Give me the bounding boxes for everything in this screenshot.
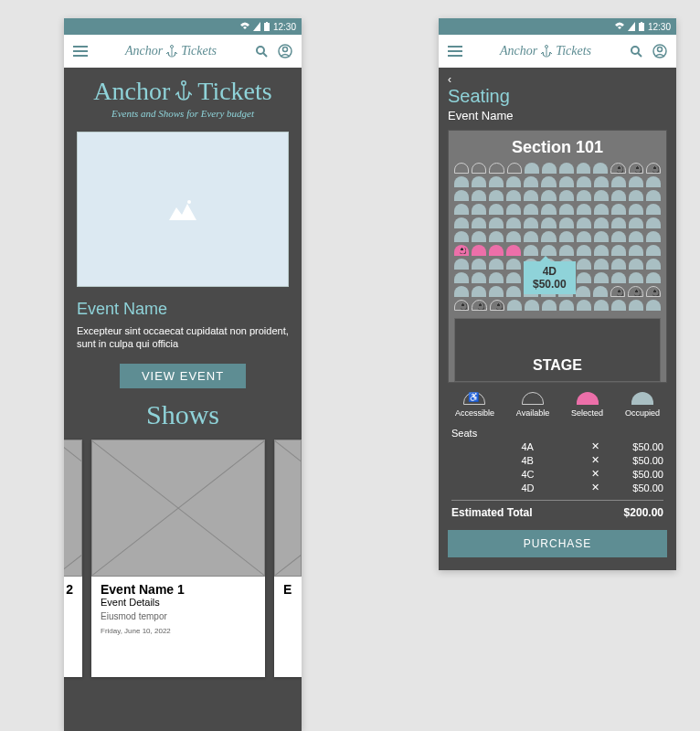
seat[interactable] xyxy=(524,231,538,242)
seat[interactable] xyxy=(611,217,626,228)
seat[interactable] xyxy=(594,190,609,201)
seat[interactable] xyxy=(489,272,504,283)
seat[interactable] xyxy=(577,204,591,215)
seat[interactable] xyxy=(593,286,608,297)
seat[interactable] xyxy=(594,259,609,270)
seat[interactable] xyxy=(629,300,643,311)
seat[interactable] xyxy=(541,190,556,201)
seat-accessible[interactable] xyxy=(646,163,661,174)
seat[interactable] xyxy=(646,217,661,228)
seat[interactable] xyxy=(524,176,538,187)
back-button[interactable]: ‹ xyxy=(439,68,676,86)
seat[interactable] xyxy=(559,163,574,174)
seat[interactable] xyxy=(489,190,504,201)
seat[interactable] xyxy=(559,190,574,201)
seat[interactable] xyxy=(524,204,538,215)
seat-accessible[interactable] xyxy=(490,300,504,311)
shows-carousel[interactable]: 2 Event Name 1 Event Details Eiusmod tem… xyxy=(64,440,302,677)
seat[interactable] xyxy=(507,300,522,311)
seat-selected[interactable] xyxy=(489,245,504,256)
seat[interactable] xyxy=(525,163,539,174)
seat[interactable] xyxy=(646,300,661,311)
seat[interactable] xyxy=(594,176,609,187)
seat-accessible[interactable] xyxy=(454,300,469,311)
seat[interactable] xyxy=(472,190,486,201)
seat[interactable] xyxy=(524,217,538,228)
seat[interactable] xyxy=(489,259,504,270)
account-icon[interactable] xyxy=(276,42,294,60)
seat[interactable] xyxy=(507,163,522,174)
seat[interactable] xyxy=(629,204,643,215)
seat[interactable] xyxy=(594,245,609,256)
seat-selected[interactable] xyxy=(454,245,469,256)
seat[interactable] xyxy=(577,231,591,242)
seat[interactable] xyxy=(577,245,591,256)
seat[interactable] xyxy=(472,204,486,215)
seat[interactable] xyxy=(629,217,643,228)
seat[interactable] xyxy=(611,231,626,242)
seat[interactable] xyxy=(525,300,539,311)
seat[interactable] xyxy=(629,190,643,201)
seat[interactable] xyxy=(629,245,643,256)
seat[interactable] xyxy=(559,176,574,187)
remove-seat-icon[interactable]: ✕ xyxy=(591,482,599,493)
seat[interactable] xyxy=(541,204,556,215)
seat[interactable] xyxy=(559,217,574,228)
seat[interactable] xyxy=(577,300,591,311)
seat-accessible[interactable] xyxy=(610,286,625,297)
show-card-partial[interactable]: E xyxy=(274,440,302,677)
seat[interactable] xyxy=(611,176,626,187)
seat[interactable] xyxy=(472,163,486,174)
seat[interactable] xyxy=(489,176,504,187)
seat-accessible[interactable] xyxy=(472,300,486,311)
seat[interactable] xyxy=(629,231,643,242)
seat[interactable] xyxy=(594,204,609,215)
seat[interactable] xyxy=(506,286,521,297)
show-card[interactable]: Event Name 1 Event Details Eiusmod tempo… xyxy=(91,440,265,677)
seat[interactable] xyxy=(559,231,574,242)
seat[interactable] xyxy=(489,217,504,228)
seat[interactable] xyxy=(454,204,469,215)
seat[interactable] xyxy=(646,190,661,201)
seat[interactable] xyxy=(594,300,609,311)
seat[interactable] xyxy=(506,217,521,228)
seat[interactable] xyxy=(489,231,504,242)
search-icon[interactable] xyxy=(627,42,645,60)
seat[interactable] xyxy=(577,190,591,201)
menu-icon[interactable] xyxy=(446,42,464,60)
seat[interactable] xyxy=(542,300,557,311)
seat[interactable] xyxy=(541,231,556,242)
seat[interactable] xyxy=(472,176,486,187)
seat-accessible[interactable] xyxy=(646,286,661,297)
seat[interactable] xyxy=(542,163,557,174)
menu-icon[interactable] xyxy=(71,42,90,60)
seat[interactable] xyxy=(577,176,591,187)
seat[interactable] xyxy=(594,217,609,228)
seat[interactable] xyxy=(454,217,469,228)
seat-selected[interactable] xyxy=(506,245,521,256)
seat[interactable] xyxy=(472,272,486,283)
account-icon[interactable] xyxy=(651,42,669,60)
seat[interactable] xyxy=(559,204,574,215)
seat[interactable] xyxy=(611,272,626,283)
seat[interactable] xyxy=(541,217,556,228)
seat[interactable] xyxy=(506,190,521,201)
search-icon[interactable] xyxy=(252,42,270,60)
seat[interactable] xyxy=(611,259,626,270)
remove-seat-icon[interactable]: ✕ xyxy=(591,454,599,466)
seat[interactable] xyxy=(541,176,556,187)
seat[interactable] xyxy=(646,231,661,242)
seat[interactable] xyxy=(611,300,626,311)
seat[interactable] xyxy=(629,259,643,270)
show-card-partial[interactable]: 2 xyxy=(64,440,82,677)
seat[interactable] xyxy=(646,272,661,283)
seat[interactable] xyxy=(454,163,469,174)
seat[interactable] xyxy=(489,163,504,174)
seat[interactable] xyxy=(454,190,469,201)
seat[interactable] xyxy=(541,245,556,256)
seat-selected[interactable] xyxy=(472,245,486,256)
seat[interactable] xyxy=(611,204,626,215)
seat[interactable] xyxy=(646,204,661,215)
seat[interactable] xyxy=(506,204,521,215)
seat[interactable] xyxy=(577,163,591,174)
